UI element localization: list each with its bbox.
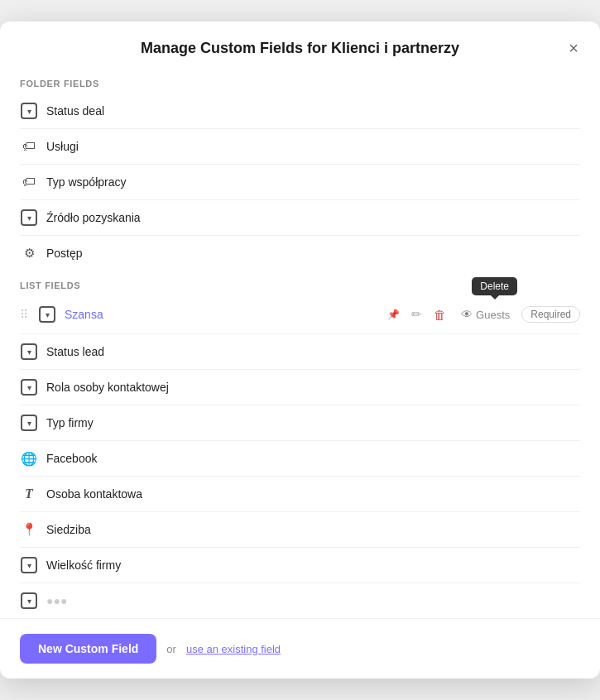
field-row: 📍Siedziba [20,512,580,548]
modal-title: Manage Custom Fields for Klienci i partn… [141,40,459,57]
field-icon-partial-row: ▾ [20,592,38,610]
dropdown-icon: ▾ [21,379,37,396]
field-row: ▾Status lead [20,334,580,370]
dropdown-icon: ▾ [21,343,37,360]
field-icon-typ-wspolpracy: 🏷 [20,173,38,191]
field-row: ▾Typ firmy [20,405,580,441]
dropdown-icon: ▾ [21,103,37,119]
pin-icon: 📌 [387,309,400,320]
dropdown-icon: ▾ [39,306,55,323]
delete-button[interactable]: 🗑 [430,304,449,325]
field-row: ⚙Postęp [20,236,580,271]
field-name-facebook: Facebook [46,452,580,465]
field-icon-siedziba: 📍 [20,520,38,539]
globe-icon: 🌐 [21,451,37,467]
close-button[interactable]: × [564,38,583,58]
field-name-rola-osoby: Rola osoby kontaktowej [46,381,580,394]
dropdown-icon: ▾ [21,209,37,226]
drag-handle[interactable]: ⠿ [20,308,28,321]
field-name-typ-wspolpracy: Typ współpracy [46,175,580,189]
list-fields-list: ⠿▾Szansa📌 Delete ✏ 🗑 👁 Guests Required ▾… [20,295,580,618]
field-name-siedziba: Siedziba [46,523,580,536]
folder-fields-list: ▾Status deal🏷Usługi🏷Typ współpracy▾Źródł… [20,93,580,271]
field-row: ▾●●● [20,583,580,618]
required-button[interactable]: Required [521,306,580,323]
field-icon-postep: ⚙ [20,244,38,262]
field-row: ▾Rola osoby kontaktowej [20,370,580,405]
field-name-status-lead: Status lead [46,345,580,358]
tag-icon: 🏷 [22,175,36,189]
field-icon-osoba-kontaktowa: T [20,485,38,503]
new-custom-field-button[interactable]: New Custom Field [20,634,156,664]
footer-or-label: or [166,643,176,655]
dropdown-icon: ▾ [21,592,37,609]
modal-footer: New Custom Field or use an existing fiel… [0,618,600,678]
modal-body: FOLDER FIELDS ▾Status deal🏷Usługi🏷Typ ws… [0,69,600,618]
field-icon-zrodlo-pozyskania: ▾ [20,209,38,227]
field-row: ▾Wielkość firmy [20,548,580,583]
modal-header: Manage Custom Fields for Klienci i partn… [0,22,600,69]
delete-tooltip: Delete [472,277,517,295]
text-icon: T [25,487,33,501]
field-name-zrodlo-pozyskania: Źródło pozyskania [46,211,580,224]
field-name-osoba-kontaktowa: Osoba kontaktowa [46,487,580,501]
field-name-wielkosc-firmy: Wielkość firmy [46,559,580,572]
use-existing-field-link[interactable]: use an existing field [186,643,281,655]
field-row: 🌐Facebook [20,441,580,477]
field-row: 🏷Usługi [20,129,580,165]
guests-label: Guests [476,309,510,321]
field-actions-container: Delete ✏ 🗑 👁 Guests Required [408,304,580,325]
location-icon: 📍 [22,522,37,537]
edit-button[interactable]: ✏ [408,304,425,325]
field-row: TOsoba kontaktowa [20,477,580,512]
field-name-uslugi: Usługi [46,140,580,153]
field-icon-rola-osoby: ▾ [20,378,38,396]
eye-icon: 👁 [461,308,473,321]
field-name-postep: Postęp [46,247,580,260]
manage-custom-fields-modal: Manage Custom Fields for Klienci i partn… [0,22,600,678]
field-row: 🏷Typ współpracy [20,165,580,200]
field-row: ⠿▾Szansa📌 Delete ✏ 🗑 👁 Guests Required [20,295,580,334]
dropdown-icon: ▾ [21,415,37,431]
dropdown-icon: ▾ [21,557,37,573]
field-row: ▾Źródło pozyskania [20,200,580,236]
guests-button[interactable]: 👁 Guests [454,305,516,324]
field-name-typ-firmy: Typ firmy [46,416,580,429]
field-icon-szansa: ▾ [38,305,56,324]
tag-icon: 🏷 [22,139,36,154]
field-icon-wielkosc-firmy: ▾ [20,556,38,574]
field-name-szansa: Szansa [65,308,376,321]
cog-icon: ⚙ [24,246,35,261]
field-icon-status-lead: ▾ [20,343,38,361]
field-row: ▾Status deal [20,93,580,129]
folder-fields-label: FOLDER FIELDS [20,69,580,93]
field-icon-uslugi: 🏷 [20,137,38,156]
field-name-partial: ●●● [46,594,580,607]
field-icon-status-deal: ▾ [20,102,38,120]
field-icon-facebook: 🌐 [20,449,38,467]
field-icon-typ-firmy: ▾ [20,414,38,432]
field-name-status-deal: Status deal [46,104,580,117]
